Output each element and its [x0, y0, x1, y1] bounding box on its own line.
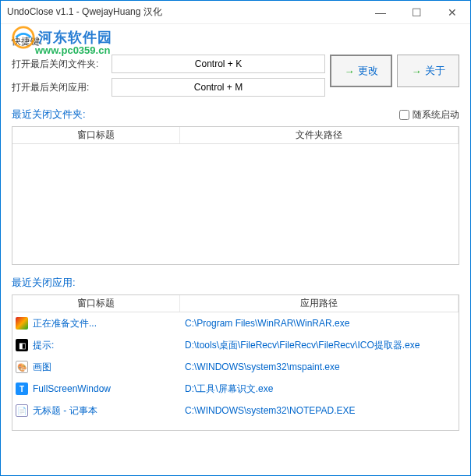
app-window: UndoClose v1.1 - QwejayHuang 汉化 — ☐ ✕ 河东… [0, 0, 471, 476]
table-row[interactable]: 🎨画图C:\WINDOWS\system32\mspaint.exe [12, 356, 459, 378]
apps-table: 窗口标题 应用路径 正在准备文件...C:\Program Files\WinR… [12, 294, 459, 431]
hotkey-app-input[interactable]: Control + M [112, 78, 325, 97]
hotkey-row-folder: 打开最后关闭文件夹: Control + K [12, 55, 325, 73]
table-row[interactable]: TFullScreenWindowD:\工具\屏幕识文.exe [12, 378, 459, 400]
apps-table-header: 窗口标题 应用路径 [12, 295, 459, 312]
titlebar[interactable]: UndoClose v1.1 - QwejayHuang 汉化 — ☐ ✕ [1, 1, 470, 24]
apps-table-body: 正在准备文件...C:\Program Files\WinRAR\WinRAR.… [12, 312, 459, 421]
folders-table-header: 窗口标题 文件夹路径 [12, 127, 459, 144]
row-path: C:\Program Files\WinRAR\WinRAR.exe [185, 318, 455, 329]
minimize-button[interactable]: — [363, 1, 398, 24]
hotkey-app-label: 打开最后关闭应用: [12, 81, 105, 94]
watermark-logo-icon [12, 26, 35, 49]
apps-col-title[interactable]: 窗口标题 [12, 295, 180, 312]
folders-table: 窗口标题 文件夹路径 [12, 126, 459, 265]
hotkey-row-app: 打开最后关闭应用: Control + M [12, 78, 325, 97]
arrow-right-icon: → [345, 65, 355, 77]
content-area: 河东软件园 www.pc0359.cn 快捷键: 打开最后关闭文件夹: Cont… [1, 24, 470, 475]
table-row[interactable]: 📄无标题 - 记事本C:\WINDOWS\system32\NOTEPAD.EX… [12, 400, 459, 421]
paint-icon: 🎨 [16, 361, 28, 373]
row-path: C:\WINDOWS\system32\mspaint.exe [185, 361, 455, 372]
hotkey-folder-label: 打开最后关闭文件夹: [12, 58, 105, 71]
window-title: UndoClose v1.1 - QwejayHuang 汉化 [7, 5, 363, 19]
hotkey-folder-input[interactable]: Control + K [112, 55, 325, 73]
window-buttons: — ☐ ✕ [363, 1, 470, 24]
apps-header-label: 最近关闭应用: [12, 276, 76, 290]
maximize-button[interactable]: ☐ [398, 1, 434, 24]
row-path: D:\工具\屏幕识文.exe [185, 383, 455, 396]
row-title: 画图 [33, 361, 185, 374]
row-title: 无标题 - 记事本 [33, 404, 185, 418]
folders-header-label: 最近关闭文件夹: [12, 108, 86, 122]
watermark-url: www.pc0359.cn [35, 44, 110, 56]
autostart-label: 随系统启动 [413, 108, 459, 122]
fs-icon: T [16, 383, 28, 395]
about-button[interactable]: → 关于 [397, 55, 459, 87]
ico-icon: ◧ [16, 339, 28, 351]
table-row[interactable]: 正在准备文件...C:\Program Files\WinRAR\WinRAR.… [12, 312, 459, 334]
row-title: 提示: [33, 339, 185, 352]
notepad-icon: 📄 [16, 404, 28, 417]
apps-col-path[interactable]: 应用路径 [180, 295, 459, 312]
watermark: 河东软件园 www.pc0359.cn [12, 26, 112, 49]
apps-header: 最近关闭应用: [12, 276, 459, 290]
row-title: 正在准备文件... [33, 317, 185, 330]
autostart-checkbox[interactable]: 随系统启动 [399, 108, 459, 122]
row-path: C:\WINDOWS\system32\NOTEPAD.EXE [185, 405, 455, 416]
close-button[interactable]: ✕ [434, 1, 470, 24]
arrow-right-icon: → [412, 65, 422, 77]
folders-col-title[interactable]: 窗口标题 [12, 127, 180, 143]
winrar-icon [16, 317, 28, 330]
folders-header: 最近关闭文件夹: 随系统启动 [12, 108, 459, 122]
folders-col-path[interactable]: 文件夹路径 [180, 127, 459, 143]
table-row[interactable]: ◧提示:D:\tools\桌面\FileRecv\FileRecv\FileRe… [12, 334, 459, 356]
row-title: FullScreenWindow [33, 383, 185, 394]
change-button-label: 更改 [358, 64, 378, 78]
row-path: D:\tools\桌面\FileRecv\FileRecv\FileRecv\I… [185, 339, 455, 352]
change-button[interactable]: → 更改 [330, 55, 392, 87]
about-button-label: 关于 [425, 64, 445, 78]
autostart-input[interactable] [399, 110, 409, 120]
